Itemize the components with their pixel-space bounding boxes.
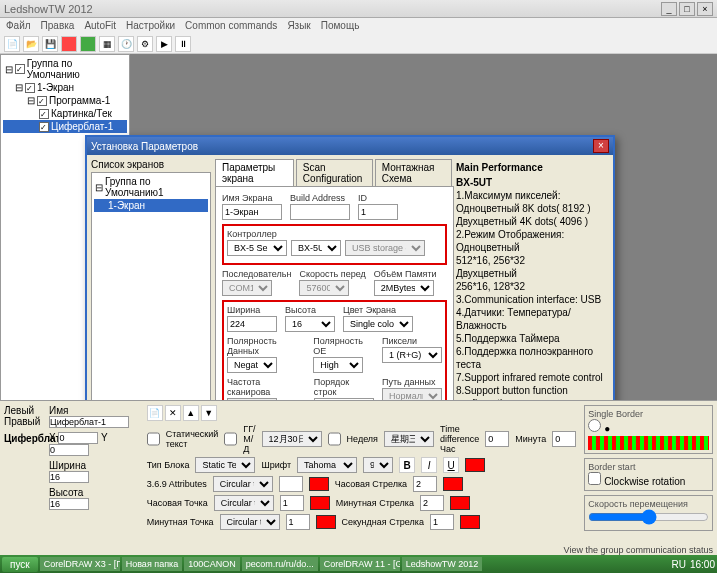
block-type-select[interactable]: Static Text (195, 457, 255, 473)
color-swatch[interactable] (309, 477, 329, 491)
tool-grid-icon[interactable]: ▦ (99, 36, 115, 52)
font-select[interactable]: Tahoma (297, 457, 357, 473)
property-panel: Левый Правый Циферблат Имя X Y Ширина Вы… (0, 400, 717, 555)
hour-point-select[interactable]: Circular typ (214, 495, 274, 511)
memory-select[interactable]: 2MBytes (374, 280, 434, 296)
tool-pause-icon[interactable]: ⏸ (175, 36, 191, 52)
menu-common[interactable]: Common commands (185, 20, 277, 32)
screen-name-input[interactable] (222, 204, 282, 220)
elem-name-input[interactable] (49, 416, 129, 428)
tool-new-icon[interactable]: 📄 (4, 36, 20, 52)
week-check[interactable] (328, 431, 341, 447)
oe-polarity-select[interactable]: High (313, 357, 363, 373)
task-item[interactable]: 100CANON (184, 557, 240, 571)
dlg-tree-screen[interactable]: 1-Экран (108, 200, 145, 211)
tool-gear-icon[interactable]: ⚙ (137, 36, 153, 52)
close-button[interactable]: × (697, 2, 713, 16)
tab-left[interactable]: Левый (4, 405, 41, 416)
menu-edit[interactable]: Правка (41, 20, 75, 32)
controller-series-select[interactable]: BX-5 Series (227, 240, 287, 256)
tool-red-icon[interactable] (61, 36, 77, 52)
week-select[interactable]: 星期三 (384, 431, 434, 447)
menu-lang[interactable]: Язык (287, 20, 310, 32)
task-item[interactable]: pecom.ru/ru/do... (242, 557, 318, 571)
tab-screen-params[interactable]: Параметры экрана (215, 159, 294, 186)
start-button[interactable]: пуск (2, 557, 38, 572)
attr-select[interactable]: Circular typ (213, 476, 273, 492)
bp-tool-icon[interactable]: ▼ (201, 405, 217, 421)
underline-icon[interactable]: U (443, 457, 459, 473)
tab-montage[interactable]: Монтажная Схема (375, 159, 452, 186)
task-item[interactable]: CorelDRAW 11 - [Gra... (320, 557, 400, 571)
controller-model-select[interactable]: BX-5UT (291, 240, 341, 256)
task-item[interactable]: CorelDRAW X3 - [П... (40, 557, 120, 571)
hour-n-input[interactable] (280, 495, 304, 511)
color-swatch[interactable] (310, 496, 330, 510)
font-size-select[interactable]: 9 (363, 457, 393, 473)
pixels-select[interactable]: 1 (R+G) (382, 347, 442, 363)
minimize-button[interactable]: _ (661, 2, 677, 16)
color-swatch[interactable] (450, 496, 470, 510)
date-format-select[interactable]: 12月30日 (262, 431, 322, 447)
menu-settings[interactable]: Настройки (126, 20, 175, 32)
border-preview[interactable] (588, 436, 709, 450)
tree-dial[interactable]: Циферблат-1 (51, 121, 113, 132)
app-title: LedshowTW 2012 (4, 3, 93, 15)
id-input[interactable] (358, 204, 398, 220)
tool-play-icon[interactable]: ▶ (156, 36, 172, 52)
sechand-input[interactable] (430, 514, 454, 530)
rotation-check[interactable] (588, 472, 601, 485)
bp-tool-icon[interactable]: ▲ (183, 405, 199, 421)
tree-root[interactable]: Группа по Умолчанию (27, 58, 125, 80)
speed-slider[interactable] (588, 509, 709, 525)
tool-green-icon[interactable] (80, 36, 96, 52)
bp-tool-icon[interactable]: 📄 (147, 405, 163, 421)
maximize-button[interactable]: □ (679, 2, 695, 16)
dialog-close-icon[interactable]: × (593, 139, 609, 153)
minhand-input[interactable] (420, 495, 444, 511)
task-item[interactable]: Новая папка (122, 557, 182, 571)
diff-min-input[interactable] (552, 431, 576, 447)
y-input[interactable] (49, 444, 89, 456)
tree-pic[interactable]: Картинка/Тек (51, 108, 112, 119)
bold-icon[interactable]: B (399, 457, 415, 473)
tab-scan-config[interactable]: Scan Configuration (296, 159, 373, 186)
height-select[interactable]: 16 (285, 316, 335, 332)
menu-autofit[interactable]: AutoFit (84, 20, 116, 32)
dialog-title: Установка Параметров (91, 141, 198, 152)
min-point-select[interactable]: Circular typ (220, 514, 280, 530)
italic-icon[interactable]: I (421, 457, 437, 473)
hourhand-input[interactable] (413, 476, 437, 492)
color-swatch[interactable] (316, 515, 336, 529)
menu-help[interactable]: Помощь (321, 20, 360, 32)
min-n-input[interactable] (286, 514, 310, 530)
diff-hour-input[interactable] (485, 431, 509, 447)
border-radio[interactable] (588, 419, 601, 432)
taskbar: пуск CorelDRAW X3 - [П... Новая папка 10… (0, 555, 717, 573)
build-address-input[interactable] (290, 204, 350, 220)
elem-width-input[interactable] (49, 471, 89, 483)
color-select[interactable]: Single color (343, 316, 413, 332)
tree-program[interactable]: Программа-1 (49, 95, 110, 106)
color-swatch[interactable] (465, 458, 485, 472)
task-item[interactable]: LedshowTW 2012 (402, 557, 482, 571)
tab-right[interactable]: Правый (4, 416, 41, 427)
data-polarity-select[interactable]: Negative (227, 357, 277, 373)
dlg-tree-root[interactable]: Группа по Умолчанию1 (105, 176, 207, 198)
x-input[interactable] (58, 432, 98, 444)
lang-indicator[interactable]: RU (672, 559, 686, 570)
date-check[interactable] (224, 431, 237, 447)
color-swatch[interactable] (443, 477, 463, 491)
controller-device-select: USB storage dev (345, 240, 425, 256)
tool-open-icon[interactable]: 📂 (23, 36, 39, 52)
color-swatch[interactable] (460, 515, 480, 529)
tree-screen[interactable]: 1-Экран (37, 82, 74, 93)
static-text-check[interactable] (147, 431, 160, 447)
attr-n-input[interactable] (279, 476, 303, 492)
elem-height-input[interactable] (49, 498, 89, 510)
width-input[interactable] (227, 316, 277, 332)
menu-file[interactable]: Файл (6, 20, 31, 32)
tool-save-icon[interactable]: 💾 (42, 36, 58, 52)
tool-clock-icon[interactable]: 🕐 (118, 36, 134, 52)
bp-tool-icon[interactable]: ✕ (165, 405, 181, 421)
